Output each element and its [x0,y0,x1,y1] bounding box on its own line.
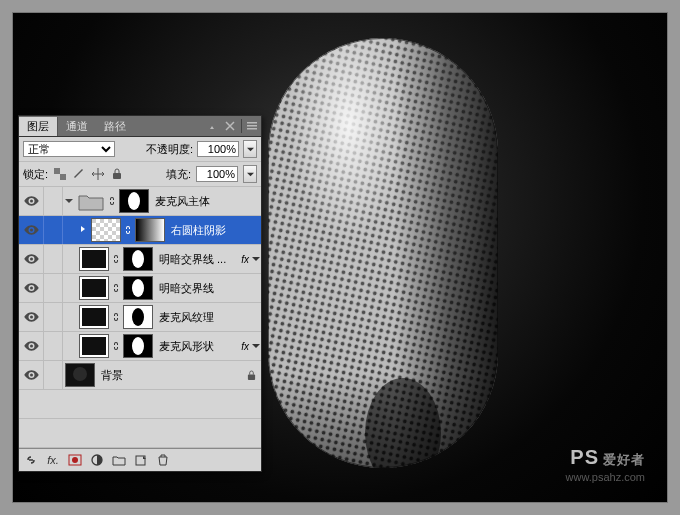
link-cell [44,303,63,331]
opacity-flyout-icon[interactable] [243,140,257,158]
svg-point-25 [132,250,144,268]
layer-name[interactable]: 麦克风纹理 [159,310,261,325]
opacity-input[interactable] [197,141,239,157]
layer-style-icon[interactable]: fx. [45,452,61,468]
disclosure-icon[interactable] [63,197,75,205]
layer-thumb[interactable] [79,305,109,329]
panel-tab-bar: 图层 通道 路径 [19,116,261,137]
svg-rect-28 [82,279,106,297]
layer-row-boundary2[interactable]: 明暗交界线 ...fx [19,245,261,274]
layer-mask-thumb[interactable] [135,218,165,242]
visibility-toggle[interactable] [19,303,44,331]
empty-row [19,390,261,419]
fx-expand-icon[interactable] [251,255,261,263]
layer-row-bg[interactable]: 背景 [19,361,261,390]
layer-mask-icon[interactable] [67,452,83,468]
layer-name[interactable]: 明暗交界线 ... [159,252,241,267]
link-cell [44,216,63,244]
svg-rect-13 [54,168,60,174]
fill-flyout-icon[interactable] [243,165,257,183]
visibility-toggle[interactable] [19,216,44,244]
svg-point-43 [73,367,87,381]
visibility-toggle[interactable] [19,245,44,273]
visibility-toggle[interactable] [19,361,44,389]
layer-thumb[interactable] [65,363,95,387]
adjustment-layer-icon[interactable] [89,452,105,468]
collapse-icon[interactable] [205,119,219,133]
mask-link-icon[interactable] [111,341,121,351]
svg-rect-14 [60,174,66,180]
visibility-toggle[interactable] [19,274,44,302]
tab-channels[interactable]: 通道 [58,117,96,136]
mask-link-icon[interactable] [111,283,121,293]
mask-link-icon[interactable] [111,312,121,322]
svg-point-26 [30,287,33,290]
blend-mode-select[interactable]: 正常 [23,141,115,157]
link-layers-icon[interactable] [23,452,39,468]
svg-point-41 [30,374,33,377]
layer-name[interactable]: 明暗交界线 [159,281,261,296]
layer-thumb[interactable] [79,276,109,300]
lock-label: 锁定: [23,167,48,182]
svg-point-40 [132,337,144,355]
microphone-artwork [268,38,498,468]
empty-row [19,419,261,448]
svg-point-35 [132,308,144,326]
layer-mask-thumb[interactable] [123,334,153,358]
layer-thumb[interactable] [91,218,121,242]
svg-point-31 [30,316,33,319]
layer-row-texture[interactable]: 麦克风纹理 [19,303,261,332]
svg-point-18 [128,192,140,210]
layer-name[interactable]: 麦克风主体 [155,194,261,209]
layers-list: 麦克风主体右圆柱阴影明暗交界线 ...fx明暗交界线麦克风纹理麦克风形状fx背景 [19,187,261,390]
svg-rect-9 [247,122,257,124]
layer-mask-thumb[interactable] [119,189,149,213]
lock-all-icon[interactable] [110,167,124,181]
svg-rect-10 [247,125,257,127]
visibility-toggle[interactable] [19,332,44,360]
link-cell [44,361,63,389]
layer-name[interactable]: 背景 [101,368,245,383]
layer-name[interactable]: 右圆柱阴影 [171,223,261,238]
layer-thumb[interactable] [79,247,109,271]
lock-pixels-icon[interactable] [72,167,86,181]
layer-row-shape[interactable]: 麦克风形状fx [19,332,261,361]
link-cell [44,332,63,360]
layer-mask-thumb[interactable] [123,247,153,271]
link-cell [44,274,63,302]
fx-badge[interactable]: fx [241,341,249,352]
new-group-icon[interactable] [111,452,127,468]
layer-mask-thumb[interactable] [123,276,153,300]
mask-link-icon[interactable] [111,254,121,264]
svg-rect-23 [82,250,106,268]
svg-rect-33 [82,308,106,326]
layer-thumb[interactable] [79,334,109,358]
lock-transparency-icon[interactable] [53,167,67,181]
fill-input[interactable] [196,166,238,182]
layer-row-boundary1[interactable]: 明暗交界线 [19,274,261,303]
layer-row-shadow[interactable]: 右圆柱阴影 [19,216,261,245]
svg-rect-44 [247,374,254,379]
lock-position-icon[interactable] [91,167,105,181]
svg-point-19 [30,229,33,232]
fx-badge[interactable]: fx [241,254,249,265]
svg-point-46 [72,457,78,463]
layer-name[interactable]: 麦克风形状 [159,339,241,354]
layer-row-group[interactable]: 麦克风主体 [19,187,261,216]
layer-mask-thumb[interactable] [123,305,153,329]
layers-panel: 图层 通道 路径 正常 不透明度: 锁定: 填充: [18,115,262,472]
visibility-toggle[interactable] [19,187,44,215]
lock-fill-row: 锁定: 填充: [19,162,261,187]
mask-link-icon[interactable] [107,196,117,206]
svg-point-21 [30,258,33,261]
svg-point-30 [132,279,144,297]
panel-menu-icon[interactable] [241,119,259,133]
close-icon[interactable] [223,119,237,133]
delete-layer-icon[interactable] [155,452,171,468]
clip-indicator-icon [77,226,89,234]
tab-layers[interactable]: 图层 [19,117,58,136]
mask-link-icon[interactable] [123,225,133,235]
tab-paths[interactable]: 路径 [96,117,134,136]
fx-expand-icon[interactable] [251,342,261,350]
new-layer-icon[interactable] [133,452,149,468]
